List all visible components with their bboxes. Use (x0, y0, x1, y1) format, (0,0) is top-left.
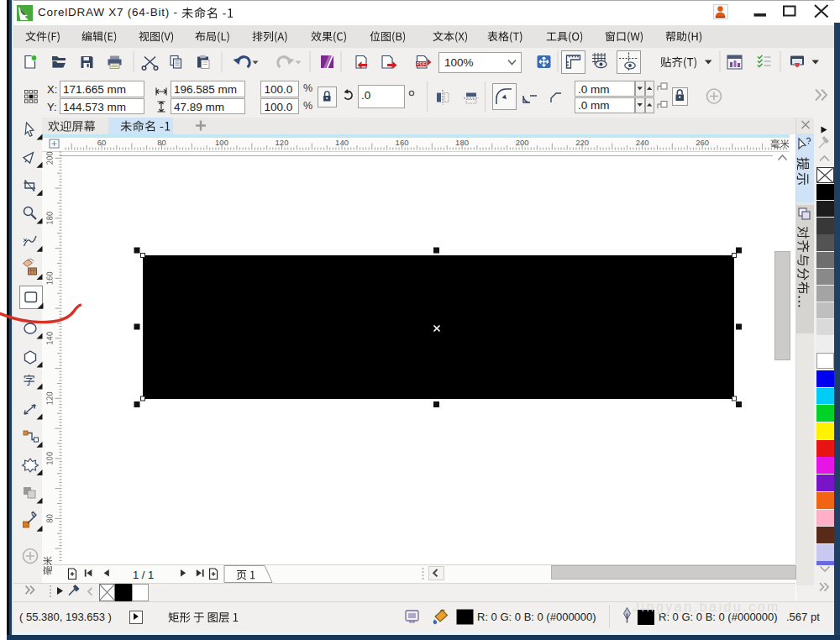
svg-text:PDF: PDF (417, 61, 427, 66)
